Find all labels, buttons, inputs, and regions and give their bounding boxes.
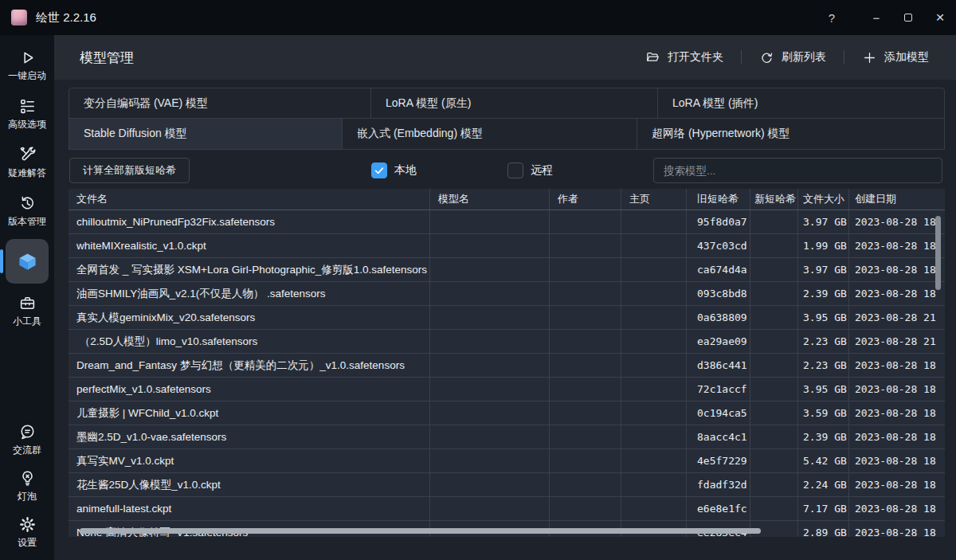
table-row[interactable]: animefull-latest.ckpt e6e8e1fc 7.17 GB 2… xyxy=(69,497,945,521)
col-header-created: 创建日期 xyxy=(849,189,945,210)
help-button[interactable]: ? xyxy=(816,6,848,29)
sidebar-item-launch[interactable]: 一键启动 xyxy=(0,41,54,90)
horizontal-scrollbar-thumb[interactable] xyxy=(80,528,761,534)
cell-modelname xyxy=(430,497,550,520)
cell-homepage xyxy=(621,282,687,305)
cell-filename: 真实人模geminixMix_v20.safetensors xyxy=(69,306,430,329)
cell-homepage xyxy=(621,210,687,233)
refresh-list-button[interactable]: 刷新列表 xyxy=(748,45,837,71)
table-row[interactable]: 油画SHMILY油画风_v2.1(不仅是人物） .safetensors 093… xyxy=(69,282,945,306)
cell-oldhash: 95f8d0a7 xyxy=(687,210,750,233)
action-separator xyxy=(741,50,742,65)
sidebar-item-version-manager[interactable]: 版本管理 xyxy=(0,187,54,236)
cell-newhash xyxy=(750,330,798,353)
cell-filesize: 3.97 GB xyxy=(798,258,849,281)
cell-author xyxy=(550,378,621,401)
table-row[interactable]: 真写实MV_v1.0.ckpt 4e5f7229 5.42 GB 2023-08… xyxy=(69,449,945,473)
tab-vae[interactable]: 变分自编码器 (VAE) 模型 xyxy=(69,88,371,119)
cell-oldhash: 437c03cd xyxy=(687,234,750,257)
cell-created: 2023-08-28 18 xyxy=(849,354,945,377)
cell-oldhash: fdadf32d xyxy=(687,473,750,496)
cell-modelname xyxy=(430,306,550,329)
cell-modelname xyxy=(430,330,550,353)
cell-newhash xyxy=(750,473,798,496)
cell-filename: Dream_and_Fantasy 梦与幻想（更精美的二次元）_v1.0.saf… xyxy=(69,354,430,377)
selected-item-highlight xyxy=(6,239,49,284)
cell-modelname xyxy=(430,425,550,448)
remote-checkbox[interactable] xyxy=(507,163,523,178)
open-folder-button[interactable]: 打开文件夹 xyxy=(634,45,735,71)
cell-filesize: 2.39 GB xyxy=(798,282,849,305)
sidebar-item-settings[interactable]: 设置 xyxy=(0,509,54,555)
table-row[interactable]: 墨幽2.5D_v1.0-vae.safetensors 8aacc4c1 2.3… xyxy=(69,425,945,449)
cell-author xyxy=(550,473,621,496)
col-header-newhash: 新短哈希 xyxy=(750,189,798,210)
table-body: chilloutmix_NiPrunedFp32Fix.safetensors … xyxy=(69,210,945,537)
close-button[interactable]: × xyxy=(924,6,956,29)
sidebar-item-model-manager[interactable] xyxy=(0,236,54,287)
cell-created: 2023-08-28 18 xyxy=(849,425,945,448)
tab-lora-native[interactable]: LoRA 模型 (原生) xyxy=(370,88,658,119)
compute-hash-button[interactable]: 计算全部新版短哈希 xyxy=(69,158,190,183)
table-row[interactable]: Dream_and_Fantasy 梦与幻想（更精美的二次元）_v1.0.saf… xyxy=(69,354,945,378)
cell-author xyxy=(550,210,621,233)
cell-homepage xyxy=(621,378,687,401)
cell-newhash xyxy=(750,401,798,425)
cell-filesize: 5.42 GB xyxy=(798,449,849,472)
table-row[interactable]: 全网首发 _ 写实摄影 XSM+Lora Girl-Photographic_修… xyxy=(69,258,945,282)
maximize-button[interactable] xyxy=(892,6,924,29)
main-panel: 模型管理 打开文件夹 刷新列表 xyxy=(54,35,956,560)
page-header: 模型管理 打开文件夹 刷新列表 xyxy=(54,35,956,80)
tab-row-1: 变分自编码器 (VAE) 模型 LoRA 模型 (原生) LoRA 模型 (插件… xyxy=(69,88,945,119)
cell-created: 2023-08-28 18 xyxy=(849,401,945,425)
cell-modelname xyxy=(430,282,550,305)
cell-modelname xyxy=(430,210,550,233)
cell-created: 2023-08-28 18 xyxy=(849,449,945,472)
add-model-button[interactable]: 添加模型 xyxy=(851,45,940,71)
cell-homepage xyxy=(621,258,687,281)
cell-created: 2023-08-28 21 xyxy=(849,330,945,353)
cell-newhash xyxy=(750,258,798,281)
col-header-modelname: 模型名 xyxy=(430,189,550,210)
gear-icon xyxy=(18,515,37,534)
cell-modelname xyxy=(430,234,550,257)
table-row[interactable]: 真实人模geminixMix_v20.safetensors 0a638809 … xyxy=(69,306,945,330)
sidebar-item-gadgets[interactable]: 小工具 xyxy=(0,287,54,335)
cell-created: 2023-08-28 18 xyxy=(849,378,945,401)
cell-oldhash: 8aacc4c1 xyxy=(687,425,750,448)
maximize-icon xyxy=(904,14,912,22)
cell-filename: 墨幽2.5D_v1.0-vae.safetensors xyxy=(69,425,430,448)
cell-oldhash: 4e5f7229 xyxy=(687,449,750,472)
col-header-author: 作者 xyxy=(550,189,621,210)
toolbox-icon xyxy=(18,294,37,312)
check-icon xyxy=(374,165,385,176)
tab-lora-plugin[interactable]: LoRA 模型 (插件) xyxy=(657,88,945,119)
cell-author xyxy=(550,282,621,305)
tab-stable-diffusion[interactable]: Stable Diffusion 模型 xyxy=(69,118,343,150)
cell-filename: （2.5D人模型）limo_v10.safetensors xyxy=(69,330,430,353)
local-checkbox[interactable] xyxy=(371,163,387,178)
table-row[interactable]: 儿童摄影 | WFChild_v1.0.ckpt 0c194ca5 3.59 G… xyxy=(69,401,945,425)
cell-author xyxy=(550,258,621,281)
table-row[interactable]: 花生酱25D人像模型_v1.0.ckpt fdadf32d 2.24 GB 20… xyxy=(69,473,945,497)
local-checkbox-label: 本地 xyxy=(394,163,417,178)
tab-embedding[interactable]: 嵌入式 (Embedding) 模型 xyxy=(342,118,637,150)
cell-filesize: 3.95 GB xyxy=(798,306,849,329)
table-row[interactable]: chilloutmix_NiPrunedFp32Fix.safetensors … xyxy=(69,210,945,234)
vertical-scrollbar-thumb[interactable] xyxy=(935,216,941,290)
table-row[interactable]: whiteMIXrealistic_v1.0.ckpt 437c03cd 1.9… xyxy=(69,234,945,258)
search-input[interactable] xyxy=(653,158,942,183)
sidebar-item-troubleshoot[interactable]: 疑难解答 xyxy=(0,139,54,187)
cell-oldhash: d386c441 xyxy=(687,354,750,377)
minimize-button[interactable]: − xyxy=(860,6,892,29)
sidebar-item-lightbulb[interactable]: 灯泡 xyxy=(0,463,54,509)
cell-created: 2023-08-28 18 xyxy=(849,258,945,281)
table-row[interactable]: （2.5D人模型）limo_v10.safetensors ea29ae09 2… xyxy=(69,330,945,354)
cell-modelname xyxy=(430,354,550,377)
cell-created: 2023-08-28 18 xyxy=(849,473,945,496)
tab-hypernetwork[interactable]: 超网络 (Hypernetwork) 模型 xyxy=(637,118,945,150)
table-row[interactable]: perfectMix_v1.0.safetensors 72c1accf 3.9… xyxy=(69,378,945,401)
sidebar-item-chat-group[interactable]: 交流群 xyxy=(0,417,54,463)
app-window: 绘世 2.2.16 ? − × 一键启动 高级选项 疑难解答 xyxy=(0,0,956,560)
sidebar-item-advanced-options[interactable]: 高级选项 xyxy=(0,90,54,139)
